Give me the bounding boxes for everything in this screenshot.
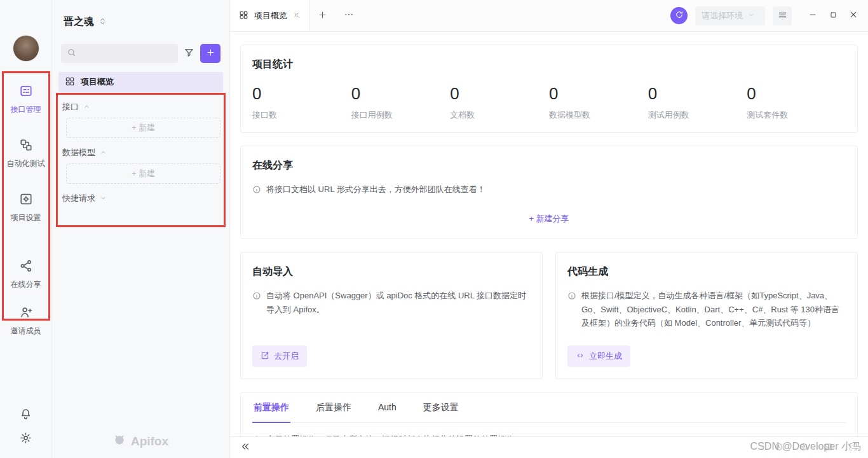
stat-data-model-count: 0 数据模型数 — [549, 84, 648, 121]
invite-member-icon — [19, 305, 33, 321]
tree-section-quick-request[interactable]: 快捷请求 — [58, 189, 223, 208]
new-share-link[interactable]: + 新建分享 — [252, 213, 846, 225]
rail-item-online-share[interactable]: 在线分享 — [11, 259, 41, 290]
tabbar-right: 请选择环境 — [670, 6, 868, 25]
apifox-logo-text: Apifox — [131, 434, 168, 448]
rail-item-api-management[interactable]: 接口管理 — [11, 84, 41, 115]
filter-icon — [184, 47, 194, 60]
stat-test-suite-count: 0 测试套件数 — [747, 84, 846, 121]
gear-icon[interactable] — [19, 431, 32, 447]
main-area: 项目概览 — [230, 0, 868, 458]
search-input-wrapper[interactable] — [61, 44, 178, 63]
new-tab-button[interactable] — [309, 0, 336, 31]
rail-item-label: 自动化测试 — [7, 158, 45, 169]
tab-label: 项目概览 — [254, 10, 287, 22]
bell-icon[interactable] — [19, 407, 32, 422]
cookie-icon[interactable] — [799, 442, 808, 454]
plus-icon — [318, 10, 327, 22]
stat-api-case-count: 0 接口用例数 — [351, 84, 451, 121]
tab-close-icon[interactable] — [293, 11, 300, 20]
rail-item-automation[interactable]: 自动化测试 — [7, 138, 45, 169]
add-new-button[interactable] — [200, 44, 220, 63]
operations-card: 前置操作 后置操作 Auth 更多设置 全局前置操作，项目内所有接口运行时都会执… — [240, 392, 858, 436]
stat-value: 0 — [450, 84, 549, 104]
info-icon — [567, 291, 576, 304]
tree-section-data-model[interactable]: 数据模型 — [58, 143, 223, 162]
tab-more-button[interactable] — [336, 0, 362, 31]
avatar[interactable] — [13, 36, 39, 61]
sidebar-item-project-overview[interactable]: 项目概览 — [58, 72, 223, 92]
stat-value: 0 — [648, 84, 747, 104]
close-icon — [849, 10, 858, 21]
apifox-logo-icon — [113, 433, 126, 449]
environment-select[interactable]: 请选择环境 — [695, 6, 765, 25]
tab-project-overview[interactable]: 项目概览 — [230, 0, 309, 31]
tree-section-label: 快捷请求 — [62, 193, 95, 204]
chevron-down-icon — [748, 11, 755, 20]
chevron-up-icon — [100, 148, 107, 158]
project-stats-card: 项目统计 0 接口数 0 接口用例数 0 文档数 0 — [240, 45, 858, 133]
project-sidebar: 晋之魂 — [52, 0, 230, 458]
project-switch-icon — [98, 17, 107, 28]
tab-post-operations[interactable]: 后置操作 — [315, 392, 353, 422]
enable-auto-import-button[interactable]: 去开启 — [252, 345, 307, 367]
rail-item-label: 项目设置 — [11, 212, 41, 223]
external-link-icon — [261, 351, 269, 362]
window-maximize-button[interactable] — [825, 8, 841, 24]
stat-label: 测试套件数 — [747, 109, 846, 121]
stat-label: 测试用例数 — [648, 109, 747, 121]
sidebar-search-row — [61, 44, 220, 63]
info-icon — [252, 291, 261, 304]
overview-content: 项目统计 0 接口数 0 接口用例数 0 文档数 0 — [230, 32, 868, 436]
stat-label: 文档数 — [450, 109, 549, 121]
new-data-model-button[interactable]: + 新建 — [66, 163, 220, 184]
bottom-bar-icons — [774, 442, 858, 454]
project-name: 晋之魂 — [64, 15, 94, 29]
filter-button[interactable] — [184, 47, 194, 60]
project-switcher[interactable]: 晋之魂 — [52, 0, 229, 29]
window-close-button[interactable] — [845, 8, 862, 24]
new-api-button[interactable]: + 新建 — [66, 118, 220, 138]
fullscreen-icon[interactable] — [848, 442, 858, 454]
stat-test-case-count: 0 测试用例数 — [648, 84, 747, 121]
tab-bar: 项目概览 — [230, 0, 868, 32]
plus-icon — [206, 48, 215, 59]
tree-section-label: 数据模型 — [62, 147, 95, 158]
code-gen-description: 根据接口/模型定义，自动生成各种语言/框架（如TypeScript、Java、G… — [581, 289, 846, 330]
console-icon[interactable] — [824, 442, 833, 454]
history-clock-icon[interactable] — [774, 442, 783, 454]
generate-code-label: 立即生成 — [589, 350, 622, 362]
stat-value: 0 — [549, 84, 648, 104]
operations-tabs: 前置操作 后置操作 Auth 更多设置 — [252, 392, 846, 423]
tree-section-label: 接口 — [62, 101, 79, 113]
collapse-sidebar-icon[interactable] — [240, 441, 250, 454]
tab-more-settings[interactable]: 更多设置 — [422, 392, 460, 422]
info-icon — [252, 184, 261, 198]
rail-item-label: 邀请成员 — [11, 326, 41, 337]
search-input[interactable] — [80, 49, 172, 59]
online-share-card: 在线分享 将接口文档以 URL 形式分享出去，方便外部团队在线查看！ + 新建分… — [240, 146, 858, 239]
stat-value: 0 — [252, 84, 351, 104]
sync-button[interactable] — [670, 7, 688, 24]
environment-placeholder: 请选择环境 — [702, 10, 743, 22]
tab-auth[interactable]: Auth — [377, 392, 398, 422]
environment-menu-button[interactable] — [773, 6, 792, 25]
tree-section-api[interactable]: 接口 — [58, 97, 223, 116]
stat-label: 接口用例数 — [351, 109, 451, 121]
minimize-icon — [808, 10, 817, 21]
tab-pre-operations[interactable]: 前置操作 — [252, 392, 290, 423]
rail-item-project-settings[interactable]: 项目设置 — [11, 192, 41, 223]
apifox-window: 接口管理 自动化测试 项目设置 在线分享 邀请成员 — [0, 0, 868, 458]
import-codegen-row: 自动导入 自动将 OpenAPI（Swagger）或 apiDoc 格式的在线 … — [240, 252, 858, 379]
generate-code-button[interactable]: 立即生成 — [567, 345, 630, 367]
window-minimize-button[interactable] — [804, 8, 821, 24]
stat-value: 0 — [351, 84, 451, 104]
rail-item-invite-member[interactable]: 邀请成员 — [11, 305, 41, 337]
share-description: 将接口文档以 URL 形式分享出去，方便外部团队在线查看！ — [266, 183, 485, 196]
stat-value: 0 — [747, 84, 846, 104]
share-icon — [19, 259, 33, 275]
chevron-down-icon — [100, 194, 107, 204]
maximize-icon — [829, 11, 837, 21]
grid-icon — [239, 10, 248, 22]
code-gen-card: 代码生成 根据接口/模型定义，自动生成各种语言/框架（如TypeScript、J… — [555, 252, 858, 379]
